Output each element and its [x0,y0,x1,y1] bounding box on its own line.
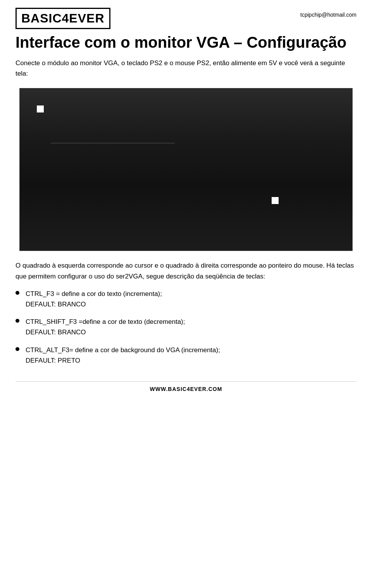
page-title: Interface com o monitor VGA – Configuraç… [16,33,356,52]
intro-text: Conecte o módulo ao monitor VGA, o tecla… [16,58,356,79]
page-container: BASIC4EVER tcpipchip@hotmail.com Interfa… [0,0,372,588]
bullet-icon [16,347,19,351]
key-list: CTRL_F3 = define a cor do texto (increme… [16,289,356,366]
list-item: CTRL_F3 = define a cor do texto (increme… [16,289,356,310]
logo-box: BASIC4EVER [16,8,110,29]
list-item-main: CTRL_SHIFT_F3 =define a cor de texto (de… [26,316,185,327]
list-item-main: CTRL_ALT_F3= define a cor de background … [26,345,220,355]
list-item-sub: DEFAULT: BRANCO [26,299,162,310]
list-item-content: CTRL_F3 = define a cor do texto (increme… [26,289,162,310]
list-item-sub: DEFAULT: BRANCO [26,327,185,337]
screen-description: O quadrado à esquerda corresponde ao cur… [16,260,356,281]
screen-cursor-square [37,105,44,112]
bullet-icon [16,291,19,295]
screen-image [19,88,353,251]
bullet-icon [16,319,19,323]
list-item-main: CTRL_F3 = define a cor do texto (increme… [26,289,162,299]
screen-line [51,143,175,144]
list-item-content: CTRL_SHIFT_F3 =define a cor de texto (de… [26,316,185,337]
email-text: tcpipchip@hotmail.com [300,12,356,18]
footer: WWW.BASIC4EVER.COM [16,381,356,393]
logo-text: BASIC4EVER [21,11,105,25]
footer-url: WWW.BASIC4EVER.COM [150,386,222,392]
list-item: CTRL_ALT_F3= define a cor de background … [16,345,356,366]
screen-mouse-square [272,197,279,204]
list-item-content: CTRL_ALT_F3= define a cor de background … [26,345,220,366]
header: BASIC4EVER tcpipchip@hotmail.com [16,8,356,29]
list-item: CTRL_SHIFT_F3 =define a cor de texto (de… [16,316,356,337]
list-item-sub: DEFAULT: PRETO [26,355,220,366]
